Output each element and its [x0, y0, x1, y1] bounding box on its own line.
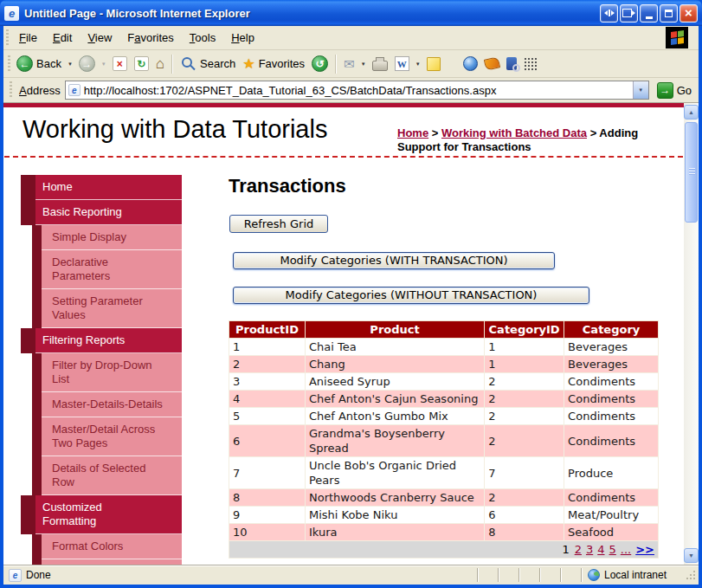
sidebar-item-master-details-details[interactable]: Master-Details-Details	[21, 392, 182, 417]
breadcrumb-link-home[interactable]: Home	[397, 126, 428, 139]
scroll-down-button[interactable]: ▼	[684, 548, 699, 563]
search-button[interactable]: Search	[177, 55, 239, 73]
menu-item-view[interactable]: View	[80, 27, 119, 48]
menu-item-tools[interactable]: Tools	[182, 27, 223, 48]
addressbar-grip[interactable]	[10, 81, 12, 99]
zone-label: Local intranet	[604, 569, 667, 581]
table-row: 4Chef Anton's Cajun Seasoning2Condiments	[229, 391, 659, 408]
address-field[interactable]: e ▼	[65, 81, 649, 100]
vertical-scrollbar[interactable]: ▲ ▼	[684, 103, 699, 565]
forward-dropdown[interactable]: ▼	[99, 61, 109, 67]
close-button[interactable]: ×	[679, 4, 698, 23]
refresh-grid-button[interactable]: Refresh Grid	[229, 215, 328, 233]
home-button[interactable]: ⌂	[152, 55, 168, 73]
grid-cell: 2	[485, 408, 564, 425]
resize-grip[interactable]	[685, 569, 697, 581]
table-row: 7Uncle Bob's Organic Dried Pears7Produce	[229, 457, 659, 489]
modify-without-transaction-button[interactable]: Modify Categories (WITHOUT TRANSACTION)	[233, 287, 589, 304]
sidebar-item-bar: Filtering Reports	[35, 328, 182, 353]
back-dropdown[interactable]: ▼	[65, 61, 75, 67]
menu-item-edit[interactable]: Edit	[45, 27, 80, 48]
sidebar-item-master-detail-across-two-pages[interactable]: Master/Detail Across Two Pages	[21, 417, 182, 456]
grid-cell: Condiments	[564, 489, 659, 507]
blue-sphere-icon	[463, 56, 478, 71]
grid-cell: 7	[485, 457, 564, 489]
sidebar-item-bar: Simple Display	[42, 225, 182, 250]
mail-dropdown[interactable]: ▼	[358, 61, 369, 67]
minimize-button[interactable]	[640, 4, 658, 23]
barcode-addon-button[interactable]	[520, 55, 540, 72]
refresh-button[interactable]: ↻	[131, 55, 152, 73]
address-input[interactable]	[81, 82, 633, 98]
stop-button[interactable]: ×	[109, 55, 131, 73]
pager-page-link[interactable]: ...	[621, 543, 631, 556]
sidebar-item-declarative-parameters[interactable]: Declarative Parameters	[21, 250, 182, 289]
menu-item-file[interactable]: File	[11, 27, 45, 48]
sidebar-item-basic-reporting[interactable]: Basic Reporting	[21, 200, 182, 225]
sidebar-item-format-colors[interactable]: Format Colors	[21, 534, 182, 559]
go-button[interactable]: → Go	[654, 82, 695, 99]
maximize-button[interactable]	[660, 4, 678, 23]
menu-item-favorites[interactable]: Favorites	[119, 27, 181, 48]
maximize-icon	[665, 10, 673, 17]
favorites-button[interactable]: ★ Favorites	[239, 55, 308, 73]
edit-dropdown[interactable]: ▼	[413, 61, 423, 67]
research-addon-button[interactable]	[503, 55, 520, 72]
breadcrumb-link-working-with-batched-data[interactable]: Working with Batched Data	[441, 126, 587, 139]
products-grid: ProductIDProductCategoryIDCategory 1Chai…	[229, 320, 659, 559]
resize-horizontal-button[interactable]	[600, 4, 618, 23]
sidebar-item-home[interactable]: Home	[21, 175, 182, 200]
scroll-up-button[interactable]: ▲	[684, 105, 699, 120]
pager-current-page: 1	[562, 543, 569, 556]
back-button[interactable]: ← Back	[13, 54, 65, 74]
messenger-button[interactable]	[460, 55, 481, 73]
table-row: 1Chai Tea1Beverages	[229, 339, 659, 356]
edit-word-icon: W	[395, 56, 409, 71]
grid-cell: 2	[485, 425, 564, 457]
print-button[interactable]	[369, 55, 391, 73]
grid-body: 1Chai Tea1Beverages2Chang1Beverages3Anis…	[229, 339, 659, 541]
pop-out-button[interactable]	[620, 4, 638, 23]
grid-cell: 8	[485, 524, 564, 541]
pager-page-link[interactable]: 3	[586, 543, 593, 556]
sidebar-item-edge	[32, 559, 42, 565]
toolbar-grip[interactable]	[8, 55, 10, 73]
menu-item-help[interactable]: Help	[223, 27, 262, 48]
search-label: Search	[200, 57, 235, 70]
forward-button[interactable]: →	[75, 54, 99, 74]
pager-page-link[interactable]: 5	[609, 543, 616, 556]
orange-addon-icon	[483, 56, 499, 70]
sidebar-item-filter-by-drop-down-list[interactable]: Filter by Drop-Down List	[21, 353, 182, 392]
modify-with-transaction-button[interactable]: Modify Categories (WITH TRANSACTION)	[233, 252, 555, 269]
mail-button[interactable]: ✉	[340, 55, 358, 72]
edit-button[interactable]: W	[391, 55, 413, 73]
sidebar-item-customized-formatting[interactable]: Customized Formatting	[21, 495, 182, 534]
refresh-icon: ↻	[134, 56, 149, 71]
pager-page-link[interactable]: 4	[597, 543, 604, 556]
sidebar-item-filtering-reports[interactable]: Filtering Reports	[21, 328, 182, 353]
sidebar-item-simple-display[interactable]: Simple Display	[21, 225, 182, 250]
title-bar[interactable]: e Untitled Page - Microsoft Internet Exp…	[0, 0, 702, 26]
grid-cell: 2	[229, 356, 306, 373]
sidebar-item-label: Master/Detail Across Two Pages	[52, 423, 166, 450]
notes-button[interactable]	[423, 55, 444, 73]
sidebar-item-edge	[32, 250, 42, 289]
sidebar-item-details-of-selected-row[interactable]: Details of Selected Row	[21, 456, 182, 495]
menubar-grip[interactable]	[6, 29, 9, 47]
sidebar-item-label: Format Colors	[52, 540, 123, 553]
grid-cell: Ikura	[305, 524, 484, 541]
search-icon	[182, 57, 192, 68]
favorites-label: Favorites	[259, 57, 305, 70]
windows-logo-throbber	[666, 27, 688, 48]
sidebar-item-label: Filter by Drop-Down List	[52, 359, 166, 386]
pager-next-link[interactable]: >>	[635, 543, 654, 556]
pager-page-link[interactable]: 2	[575, 543, 582, 556]
grid-cell: 1	[485, 356, 564, 373]
table-row: 6Grandma's Boysenberry Spread2Condiments	[229, 425, 659, 457]
history-button[interactable]: ↺	[308, 54, 332, 74]
orange-addon-button[interactable]	[481, 56, 503, 71]
address-dropdown[interactable]: ▼	[633, 81, 648, 99]
sidebar-item-label: Filtering Reports	[42, 333, 125, 347]
scrollbar-thumb[interactable]	[685, 122, 698, 223]
sidebar-item-setting-parameter-values[interactable]: Setting Parameter Values	[21, 289, 182, 328]
